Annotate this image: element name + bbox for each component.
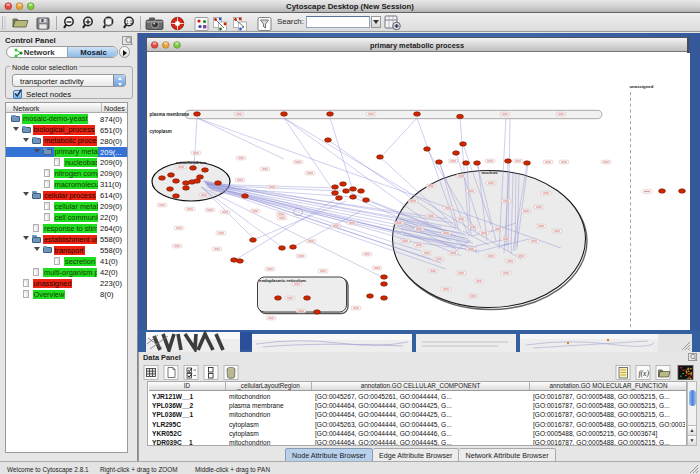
svg-text:cytoplasm: cytoplasm — [150, 129, 172, 134]
svg-text:mitochondrion: mitochondrion — [176, 160, 206, 165]
svg-text:1:1: 1:1 — [126, 20, 133, 25]
svg-text:unassigned: unassigned — [630, 84, 654, 89]
svg-text:nucleus: nucleus — [482, 170, 499, 175]
svg-text:f(x): f(x) — [639, 369, 650, 378]
svg-text:plasma membrane: plasma membrane — [150, 112, 190, 117]
